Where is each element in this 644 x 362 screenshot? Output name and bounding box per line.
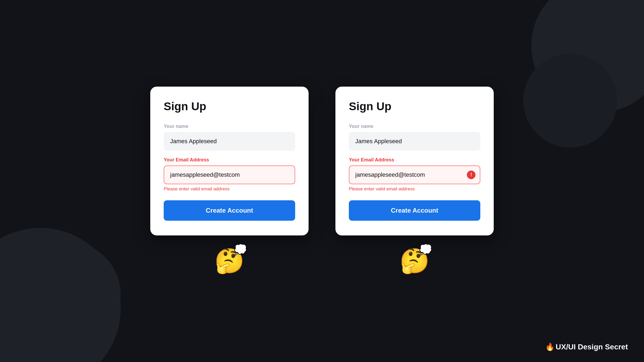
bg-decoration-circle-small: [13, 241, 121, 349]
thought-bubble-left: 💭: [234, 243, 247, 256]
card-title-left: Sign Up: [164, 100, 295, 113]
email-field-group-left: Your Email Address Please enter valid em…: [164, 157, 295, 192]
emoji-area-right: 💭 🤔: [400, 243, 430, 276]
email-input-wrapper-left: [164, 165, 295, 184]
name-input-wrapper-left: [164, 132, 295, 151]
email-label-left: Your Email Address: [164, 157, 295, 163]
create-account-button-left[interactable]: Create Account: [164, 200, 295, 221]
name-field-group-right: Your name: [349, 124, 480, 151]
create-account-button-right[interactable]: Create Account: [349, 200, 480, 221]
name-input-left[interactable]: [164, 132, 295, 151]
name-label-right: Your name: [349, 124, 480, 129]
watermark-text: UX/UI Design Secret: [556, 343, 628, 351]
email-input-wrapper-right: !: [349, 165, 480, 184]
signup-card-left: Sign Up Your name Your Email Address Ple…: [150, 87, 309, 235]
email-error-left: Please enter valid email address: [164, 186, 295, 192]
email-label-right: Your Email Address: [349, 157, 480, 163]
email-input-left[interactable]: [164, 165, 295, 184]
email-error-right: Please enter valid email address: [349, 186, 480, 192]
watermark: 🔥UX/UI Design Secret: [545, 342, 628, 351]
name-input-right[interactable]: [349, 132, 480, 151]
emoji-area-left: 💭 🤔: [214, 243, 244, 276]
signup-card-right: Sign Up Your name Your Email Address ! P…: [335, 87, 494, 235]
card-title-right: Sign Up: [349, 100, 480, 113]
thought-bubble-right: 💭: [419, 243, 432, 256]
name-input-wrapper-right: [349, 132, 480, 151]
email-input-right[interactable]: [349, 165, 480, 184]
name-label-left: Your name: [164, 124, 295, 129]
main-content: Sign Up Your name Your Email Address Ple…: [150, 87, 494, 276]
error-icon-right: !: [467, 171, 475, 179]
form-wrapper-left: Sign Up Your name Your Email Address Ple…: [150, 87, 309, 276]
form-wrapper-right: Sign Up Your name Your Email Address ! P…: [335, 87, 494, 276]
fire-icon: 🔥: [545, 343, 555, 351]
bg-decoration-mid-right: [523, 54, 617, 147]
email-field-group-right: Your Email Address ! Please enter valid …: [349, 157, 480, 192]
name-field-group-left: Your name: [164, 124, 295, 151]
